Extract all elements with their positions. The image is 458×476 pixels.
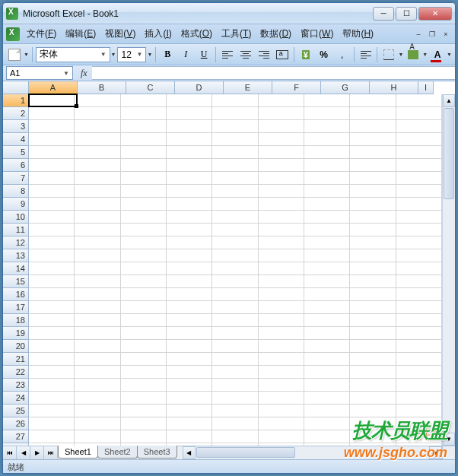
cell[interactable] [259,327,304,340]
cell[interactable] [350,288,396,301]
fx-icon[interactable]: fx [81,68,87,79]
cell[interactable] [29,211,75,224]
cell[interactable] [304,353,350,366]
cell[interactable] [75,172,120,185]
scroll-down-button[interactable]: ▼ [443,433,455,446]
cell[interactable] [121,430,167,443]
cell[interactable] [167,107,212,120]
font-name-selector[interactable]: 宋体 ▼ [36,47,110,62]
cell[interactable] [304,340,350,353]
cell[interactable] [29,185,75,198]
cell[interactable] [259,262,304,275]
cell[interactable] [396,443,442,446]
row-header-16[interactable]: 16 [3,288,29,301]
currency-button[interactable] [297,46,314,63]
cell[interactable] [29,405,75,417]
column-header-B[interactable]: B [78,81,126,94]
tab-nav-prev-button[interactable]: ◀ [17,446,30,459]
cell[interactable] [396,366,442,379]
row-header-13[interactable]: 13 [3,249,29,262]
cell[interactable] [167,211,212,224]
cell[interactable] [29,159,75,172]
cell[interactable] [167,301,212,314]
column-header-F[interactable]: F [272,81,321,94]
cell[interactable] [121,133,167,146]
cell[interactable] [167,340,212,353]
cell[interactable] [29,107,75,120]
cell[interactable] [121,314,167,327]
excel-doc-icon[interactable] [6,27,20,41]
close-button[interactable]: ✕ [418,7,452,21]
cell[interactable] [212,159,258,172]
cell[interactable] [212,288,258,301]
row-header-4[interactable]: 4 [3,133,29,146]
cell[interactable] [75,120,120,133]
cell[interactable] [121,405,167,417]
cell[interactable] [396,340,442,353]
font-size-selector[interactable]: 12 ▼ [117,47,146,62]
fontcolor-dropdown-icon[interactable]: ▼ [447,52,452,57]
cell[interactable] [167,327,212,340]
row-header-2[interactable]: 2 [3,107,29,120]
cell[interactable] [29,120,75,133]
cell[interactable] [350,301,396,314]
cell[interactable] [75,211,120,224]
row-header-3[interactable]: 3 [3,120,29,133]
cell[interactable] [350,366,396,379]
cell[interactable] [75,224,120,236]
horizontal-scrollbar[interactable]: ◀ ▶ [183,446,442,459]
cell[interactable] [396,405,442,417]
cell[interactable] [29,301,75,314]
select-all-corner[interactable] [3,81,29,94]
cell[interactable] [75,198,120,211]
cell[interactable] [121,198,167,211]
cell[interactable] [212,198,258,211]
cell[interactable] [350,249,396,262]
cell[interactable] [259,198,304,211]
sheet-tab-sheet2[interactable]: Sheet2 [97,446,138,459]
cell[interactable] [29,288,75,301]
row-header-12[interactable]: 12 [3,236,29,249]
cell[interactable] [29,172,75,185]
cell[interactable] [75,275,120,288]
cell[interactable] [29,224,75,236]
cell[interactable] [304,379,350,392]
cell[interactable] [212,120,258,133]
cell[interactable] [304,405,350,417]
cells-area[interactable] [29,94,442,446]
cell[interactable] [396,198,442,211]
row-header-20[interactable]: 20 [3,340,29,353]
cell[interactable] [29,353,75,366]
row-header-1[interactable]: 1 [3,94,29,107]
formula-input[interactable] [92,66,455,80]
name-box[interactable]: A1 ▼ [6,66,73,80]
row-header-9[interactable]: 9 [3,198,29,211]
minimize-button[interactable]: ─ [373,7,394,21]
cell[interactable] [350,172,396,185]
cell[interactable] [350,353,396,366]
cell[interactable] [75,314,120,327]
cell[interactable] [167,275,212,288]
cell[interactable] [350,430,396,443]
cell[interactable] [167,392,212,405]
align-right-button[interactable] [256,46,272,63]
cell[interactable] [396,94,442,107]
row-header-18[interactable]: 18 [3,314,29,327]
cell[interactable] [396,133,442,146]
cell[interactable] [259,353,304,366]
cell[interactable] [304,133,350,146]
cell[interactable] [121,211,167,224]
cell[interactable] [396,172,442,185]
menu-item-3[interactable]: 插入(I) [141,26,175,42]
cell[interactable] [212,430,258,443]
merge-center-button[interactable] [274,46,291,63]
cell[interactable] [167,172,212,185]
cell[interactable] [121,146,167,159]
cell[interactable] [350,340,396,353]
cell[interactable] [212,224,258,236]
new-dropdown-icon[interactable]: ▼ [24,52,29,57]
cell[interactable] [212,379,258,392]
cell[interactable] [396,392,442,405]
cell[interactable] [259,146,304,159]
row-header-5[interactable]: 5 [3,146,29,159]
